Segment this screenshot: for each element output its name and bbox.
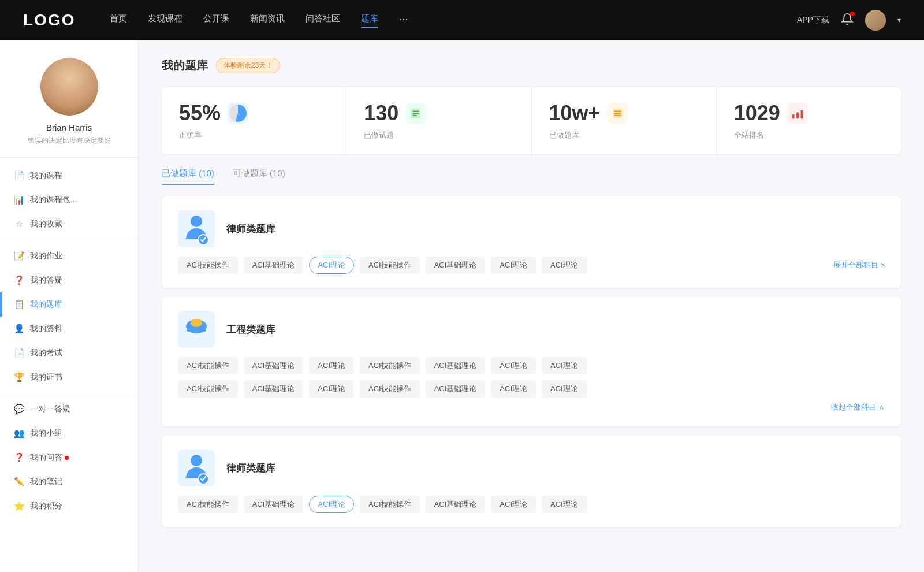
app-download-button[interactable]: APP下载 xyxy=(797,15,829,25)
tag-item[interactable]: ACI理论 xyxy=(542,357,587,374)
tag-item[interactable]: ACI基础理论 xyxy=(244,496,304,513)
stat-label-done-questions: 已做试题 xyxy=(364,130,513,140)
sidebar-item-qa-answers[interactable]: ❓ 我的答疑 xyxy=(0,268,138,292)
tags-row-3: ACI技能操作 ACI基础理论 ACI理论 ACI技能操作 ACI基础理论 AC… xyxy=(178,496,885,513)
tag-item[interactable]: ACI技能操作 xyxy=(178,257,238,274)
tag-item[interactable]: ACI技能操作 xyxy=(360,380,420,398)
tabs-row: 已做题库 (10) 可做题库 (10) xyxy=(162,168,901,185)
nav-home[interactable]: 首页 xyxy=(110,13,127,28)
sidebar-item-label: 我的证书 xyxy=(30,372,62,382)
svg-rect-4 xyxy=(614,115,615,116)
bank-card-header: 律师类题库 xyxy=(178,450,885,486)
bank-card-header: 律师类题库 xyxy=(178,210,885,247)
nav-news[interactable]: 新闻资讯 xyxy=(250,13,285,28)
tag-item[interactable]: ACI基础理论 xyxy=(244,357,304,374)
tag-item[interactable]: ACI理论 xyxy=(542,380,587,398)
tag-item[interactable]: ACI技能操作 xyxy=(360,357,420,374)
sidebar: Brian Harris 错误的决定比没有决定要好 📄 我的课程 📊 我的课程包… xyxy=(0,40,139,572)
stat-ranking: 1029 全站排名 xyxy=(717,87,901,154)
one-on-one-icon: 💬 xyxy=(14,404,24,414)
bank-card-title: 律师类题库 xyxy=(226,462,275,475)
sidebar-item-one-on-one[interactable]: 💬 一对一答疑 xyxy=(0,397,138,421)
sidebar-item-favorites[interactable]: ☆ 我的收藏 xyxy=(0,212,138,236)
svg-rect-3 xyxy=(614,113,615,114)
stat-top: 55% xyxy=(179,101,329,125)
page-header: 我的题库 体验剩余23天！ xyxy=(162,58,901,73)
stat-accuracy: 55% 正确率 xyxy=(162,87,346,154)
lawyer-icon-2 xyxy=(178,450,215,486)
expand-link-1[interactable]: 展开全部科目 > xyxy=(833,260,885,270)
sidebar-item-label: 我的作业 xyxy=(30,251,62,261)
chevron-down-icon[interactable]: ▾ xyxy=(897,16,901,24)
nav-more[interactable]: ··· xyxy=(399,13,408,28)
qa-red-dot xyxy=(65,456,69,460)
nav-quiz[interactable]: 题库 xyxy=(361,13,378,28)
tag-item[interactable]: ACI技能操作 xyxy=(360,257,420,274)
tab-done-banks[interactable]: 已做题库 (10) xyxy=(162,168,214,185)
stat-number-done-questions: 130 xyxy=(364,101,398,125)
stat-top: 1029 xyxy=(734,101,884,125)
favorites-icon: ☆ xyxy=(14,219,24,229)
notification-bell[interactable] xyxy=(841,13,854,28)
sidebar-item-quiz-bank[interactable]: 📋 我的题库 xyxy=(0,292,138,317)
group-icon: 👥 xyxy=(14,428,24,439)
tag-item[interactable]: ACI基础理论 xyxy=(426,496,486,513)
avatar-face xyxy=(40,58,98,116)
user-motto: 错误的决定比没有决定要好 xyxy=(28,136,111,146)
tag-item[interactable]: ACI基础理论 xyxy=(426,380,486,398)
tag-item[interactable]: ACI基础理论 xyxy=(426,357,486,374)
tag-item[interactable]: ACI理论 xyxy=(491,357,536,374)
tags-row-2a: ACI技能操作 ACI基础理论 ACI理论 ACI技能操作 ACI基础理论 AC… xyxy=(178,357,885,374)
sidebar-item-label: 一对一答疑 xyxy=(30,404,70,414)
tag-item[interactable]: ACI理论 xyxy=(309,380,354,398)
tag-item[interactable]: ACI理论 xyxy=(542,257,587,274)
nav-open-course[interactable]: 公开课 xyxy=(203,13,229,28)
sidebar-item-label: 我的答疑 xyxy=(30,275,62,285)
avatar[interactable] xyxy=(865,10,886,31)
svg-rect-2 xyxy=(614,110,615,112)
tag-item[interactable]: ACI技能操作 xyxy=(178,496,238,513)
sidebar-item-certificate[interactable]: 🏆 我的证书 xyxy=(0,365,138,389)
tab-available-banks[interactable]: 可做题库 (10) xyxy=(233,168,285,185)
svg-point-8 xyxy=(191,216,202,227)
nav-discover[interactable]: 发现课程 xyxy=(148,13,182,28)
user-name: Brian Harris xyxy=(46,122,92,132)
sidebar-item-courses[interactable]: 📄 我的课程 xyxy=(0,164,138,188)
sidebar-item-my-qa[interactable]: ❓ 我的问答 xyxy=(0,445,138,470)
engineer-icon xyxy=(178,311,215,348)
sidebar-item-group[interactable]: 👥 我的小组 xyxy=(0,421,138,445)
tag-item-active[interactable]: ACI理论 xyxy=(309,257,354,274)
svg-point-15 xyxy=(191,455,202,466)
tag-item[interactable]: ACI理论 xyxy=(542,496,587,513)
certificate-icon: 🏆 xyxy=(14,372,24,382)
user-profile: Brian Harris 错误的决定比没有决定要好 xyxy=(0,58,138,158)
tag-item[interactable]: ACI技能操作 xyxy=(178,380,238,398)
tag-item-active[interactable]: ACI理论 xyxy=(309,496,354,513)
sidebar-item-label: 我的小组 xyxy=(30,428,62,439)
stat-number-accuracy: 55% xyxy=(179,101,221,125)
sidebar-item-homework[interactable]: 📝 我的作业 xyxy=(0,244,138,268)
sidebar-item-course-packages[interactable]: 📊 我的课程包... xyxy=(0,188,138,212)
sidebar-item-points[interactable]: ⭐ 我的积分 xyxy=(0,494,138,518)
tag-item[interactable]: ACI技能操作 xyxy=(178,357,238,374)
sidebar-item-profile[interactable]: 👤 我的资料 xyxy=(0,317,138,341)
sidebar-item-notes[interactable]: ✏️ 我的笔记 xyxy=(0,470,138,494)
tag-item[interactable]: ACI理论 xyxy=(309,357,354,374)
tag-item[interactable]: ACI基础理论 xyxy=(244,257,304,274)
notification-dot xyxy=(850,12,855,16)
tag-item[interactable]: ACI基础理论 xyxy=(244,380,304,398)
sidebar-item-exam[interactable]: 📄 我的考试 xyxy=(0,341,138,365)
tag-item[interactable]: ACI理论 xyxy=(491,380,536,398)
tag-item[interactable]: ACI理论 xyxy=(491,257,536,274)
tag-item[interactable]: ACI理论 xyxy=(491,496,536,513)
stat-label-ranking: 全站排名 xyxy=(734,130,884,140)
navbar-right: APP下载 ▾ xyxy=(797,10,901,31)
stat-done-questions: 130 已做试题 xyxy=(346,87,531,154)
tag-item[interactable]: ACI技能操作 xyxy=(360,496,420,513)
collapse-link[interactable]: 收起全部科目 ∧ xyxy=(831,402,885,413)
tag-item[interactable]: ACI基础理论 xyxy=(426,257,486,274)
stat-label-accuracy: 正确率 xyxy=(179,130,329,140)
bank-card-header: 工程类题库 xyxy=(178,311,885,348)
stat-number-ranking: 1029 xyxy=(734,101,780,125)
nav-qa[interactable]: 问答社区 xyxy=(305,13,340,28)
